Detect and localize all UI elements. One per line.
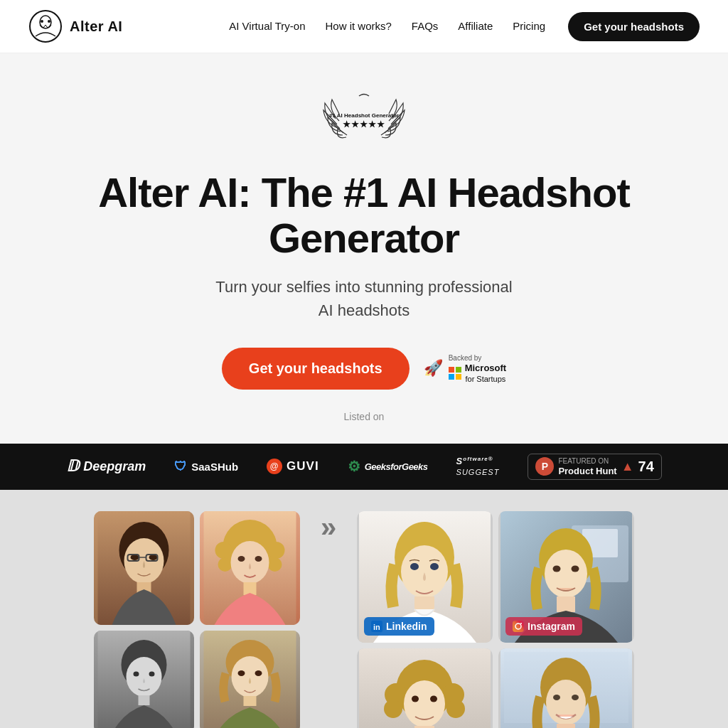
svg-point-25 [255, 556, 262, 562]
before-photo-3 [94, 631, 194, 728]
svg-point-19 [215, 542, 232, 559]
svg-point-52 [553, 565, 561, 572]
before-photo-2 [200, 511, 300, 625]
ph-arrow-icon: ▲ [621, 459, 634, 474]
microsoft-badge: 🚀 Backed by Microsoftfor Startups [424, 353, 507, 384]
svg-point-37 [255, 670, 262, 676]
svg-rect-4 [449, 367, 454, 373]
before-photo-4 [200, 631, 300, 728]
svg-point-24 [238, 556, 245, 562]
svg-point-62 [384, 700, 402, 718]
ms-rocket-icon: 🚀 [424, 359, 443, 378]
svg-rect-54 [557, 596, 575, 612]
linkedin-icon: in [371, 621, 382, 632]
svg-point-41 [401, 545, 448, 598]
nav-affiliate[interactable]: Affiliate [458, 20, 493, 32]
svg-point-22 [268, 557, 282, 572]
award-badge: #1 AI Headshot Generator ★★★★★ [14, 89, 714, 153]
svg-point-30 [134, 671, 139, 676]
svg-point-66 [430, 695, 437, 702]
svg-point-42 [410, 563, 419, 570]
after-photo-grid: in Linkedin [357, 511, 634, 728]
badge-text: #1 AI Headshot Generator ★★★★★ [329, 112, 399, 131]
svg-rect-55 [513, 621, 524, 632]
svg-point-73 [572, 695, 579, 700]
hero-section: #1 AI Headshot Generator ★★★★★ Alter AI:… [0, 53, 728, 444]
hero-cta-button[interactable]: Get your headshots [222, 348, 410, 390]
after-photo-instagram: Instagram [498, 511, 634, 643]
after-photo-linkedin: in Linkedin [357, 511, 493, 643]
ms-logo: Microsoftfor Startups [449, 363, 507, 384]
ph-featured-label: FEATURED ON [558, 457, 616, 466]
ph-icon: P [535, 457, 554, 476]
svg-point-57 [520, 623, 522, 624]
nav-pricing[interactable]: Pricing [513, 20, 545, 32]
svg-point-53 [572, 565, 579, 572]
logo-text: Alter AI [70, 18, 122, 35]
svg-rect-74 [557, 724, 575, 728]
ms-backed-label: Backed by [449, 353, 507, 363]
svg-rect-67 [414, 726, 434, 728]
nav-how-it-works[interactable]: How it works? [325, 20, 391, 32]
ph-count: 74 [638, 459, 654, 475]
deepgram-logo: 𝔻 Deepgram [66, 457, 146, 476]
svg-point-72 [553, 695, 560, 700]
after-photo-4 [498, 648, 634, 728]
svg-point-31 [149, 671, 155, 676]
svg-rect-38 [244, 696, 257, 706]
svg-point-64 [404, 680, 445, 727]
svg-point-2 [41, 20, 43, 23]
nav-ai-virtual-try-on[interactable]: AI Virtual Try-on [229, 20, 305, 32]
svg-point-21 [218, 557, 232, 572]
nav-links: AI Virtual Try-on How it works? FAQs Aff… [229, 20, 545, 33]
navbar: Alter AI AI Virtual Try-on How it works?… [0, 0, 728, 53]
svg-text:in: in [373, 623, 380, 631]
nav-faqs[interactable]: FAQs [412, 20, 439, 32]
product-hunt-badge: P FEATURED ON Product Hunt ▲ 74 [528, 454, 661, 480]
logo-link[interactable]: Alter AI [28, 9, 122, 43]
before-photo-1 [94, 511, 194, 625]
svg-point-63 [446, 700, 465, 718]
svg-point-36 [238, 670, 245, 676]
logo-icon [28, 9, 63, 43]
before-photo-grid [94, 511, 300, 728]
linkedin-badge: in Linkedin [364, 617, 434, 636]
instagram-icon [513, 621, 524, 632]
guvi-logo: @ GUVI [267, 459, 319, 474]
svg-rect-7 [456, 374, 461, 380]
softwaresuggest-logo: Software®SUGGEST [456, 456, 500, 477]
after-photo-3 [357, 648, 493, 728]
nav-cta-button[interactable]: Get your headshots [568, 12, 700, 41]
listed-bar: 𝔻 Deepgram 🛡 SaaSHub @ GUVI ⚙ GeeksforGe… [0, 444, 728, 490]
ph-label: Product Hunt [558, 466, 616, 476]
hero-headline: Alter AI: The #1 AI Headshot Generator [58, 170, 670, 261]
ms-squares-icon [449, 367, 461, 380]
cta-row: Get your headshots 🚀 Backed by Microsoft… [14, 348, 714, 390]
svg-point-65 [412, 695, 419, 702]
instagram-badge: Instagram [505, 617, 582, 636]
listed-on-label: Listed on [14, 411, 714, 422]
geeksforgeeks-logo: ⚙ GeeksforGeeks [348, 458, 428, 475]
svg-point-35 [232, 656, 269, 697]
comparison-arrow: » [300, 511, 357, 543]
photo-comparison-section: » [0, 490, 728, 728]
svg-point-43 [430, 563, 439, 570]
svg-rect-6 [449, 374, 454, 380]
svg-rect-32 [139, 695, 150, 705]
svg-point-20 [268, 542, 285, 559]
svg-rect-5 [456, 367, 461, 373]
saashub-logo: 🛡 SaaSHub [174, 459, 238, 474]
svg-point-3 [48, 20, 50, 23]
hero-subheadline: Turn your selfies into stunning professi… [14, 275, 714, 322]
